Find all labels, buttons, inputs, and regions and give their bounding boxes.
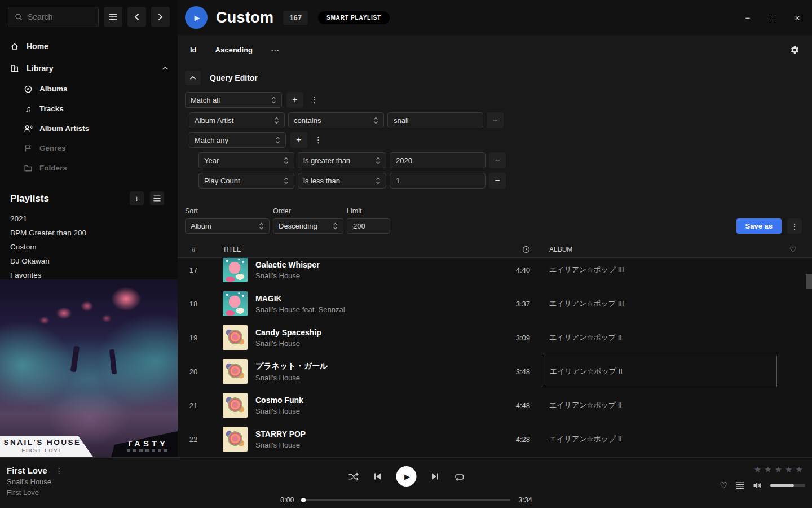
play-pause-button[interactable]: ▶: [396, 466, 417, 487]
rule-operator-select[interactable]: is less than: [298, 173, 386, 189]
settings-button[interactable]: [790, 45, 800, 55]
vertical-scrollbar[interactable]: [806, 274, 812, 289]
rule-value-input[interactable]: snail: [387, 112, 483, 128]
star-icon[interactable]: ★: [754, 465, 761, 475]
favorite-button[interactable]: ♡: [720, 480, 727, 491]
match-type-select[interactable]: Match any: [189, 132, 286, 148]
window-maximize-button[interactable]: [764, 9, 782, 26]
window-minimize-button[interactable]: −: [739, 9, 757, 26]
now-playing-artist[interactable]: Snail's House: [7, 478, 63, 486]
kebab-icon: ⋮: [310, 95, 319, 104]
star-icon[interactable]: ★: [785, 465, 792, 475]
rule-field-select[interactable]: Play Count: [198, 173, 294, 189]
focused-album-cell[interactable]: エイリアン☆ポップ II: [544, 356, 777, 387]
sidebar-item-label: Tracks: [39, 104, 64, 113]
artwork-title: FIRST LOVE: [0, 448, 85, 453]
add-rule-button[interactable]: +: [286, 92, 303, 108]
table-row[interactable]: 18 MAGIK Snail's House feat. Sennzai 3:3…: [178, 287, 812, 321]
save-as-button[interactable]: Save as: [736, 218, 782, 234]
track-table-header: # TITLE ALBUM ♡: [178, 242, 812, 258]
chevron-up-icon[interactable]: [162, 66, 169, 71]
table-row[interactable]: 20 プラネット・ガール Snail's House 3:48 エイリアン☆ポッ…: [178, 354, 812, 388]
track-artwork: [223, 258, 248, 282]
query-options-button[interactable]: ⋮: [787, 218, 802, 234]
rule-operator-select[interactable]: is greater than: [298, 152, 386, 168]
rule-value-input[interactable]: 1: [390, 173, 486, 189]
match-type-select[interactable]: Match all: [185, 92, 282, 108]
seek-handle[interactable]: [301, 498, 306, 502]
playlist-item[interactable]: DJ Okawari: [0, 254, 178, 268]
add-playlist-button[interactable]: +: [130, 191, 144, 205]
query-order-select[interactable]: Descending: [273, 218, 343, 234]
volume-slider[interactable]: [770, 484, 805, 487]
window-close-button[interactable]: ×: [788, 9, 806, 26]
sidebar-item-genres[interactable]: Genres: [0, 138, 178, 158]
more-options-button[interactable]: ⋯: [271, 45, 280, 55]
collapse-query-editor-button[interactable]: [185, 71, 201, 85]
list-icon: [153, 195, 161, 202]
volume-button[interactable]: [753, 481, 762, 489]
table-row[interactable]: 22 STARRY POP Snail's House 4:28 エイリアン☆ポ…: [178, 422, 812, 456]
remove-rule-button[interactable]: −: [489, 152, 506, 168]
favorite-column-heart-icon[interactable]: ♡: [789, 245, 797, 254]
remove-rule-button[interactable]: −: [489, 173, 506, 189]
track-list: 17 Galactic Whisper Snail's House 4:40 エ…: [178, 258, 812, 457]
shuffle-button[interactable]: [348, 472, 359, 481]
rule-field-select[interactable]: Album Artist: [189, 112, 285, 128]
now-playing-title[interactable]: First Love: [7, 466, 47, 475]
play-playlist-button[interactable]: ▶: [185, 6, 208, 29]
add-rule-button[interactable]: +: [290, 132, 307, 148]
repeat-button[interactable]: [454, 472, 464, 481]
star-icon[interactable]: ★: [764, 465, 771, 475]
nav-forward-button[interactable]: [151, 7, 170, 27]
rule-value-input[interactable]: 2020: [390, 152, 486, 168]
track-options-button[interactable]: ⋮: [55, 466, 63, 475]
table-row[interactable]: 17 Galactic Whisper Snail's House 4:40 エ…: [178, 258, 812, 287]
sort-order-button[interactable]: Ascending: [215, 46, 253, 54]
now-playing-artwork[interactable]: SNAIL'S HOUSE FIRST LOVE TASTY: [0, 279, 178, 457]
query-limit-input[interactable]: 200: [347, 218, 390, 234]
rule-operator-select[interactable]: contains: [288, 112, 384, 128]
sidebar-item-albums[interactable]: Albums: [0, 79, 178, 99]
star-icon[interactable]: ★: [775, 465, 782, 475]
search-input[interactable]: Search: [8, 7, 99, 27]
query-sort-select[interactable]: Album: [185, 218, 270, 234]
search-placeholder: Search: [28, 12, 52, 21]
next-button[interactable]: [431, 472, 439, 480]
updown-icon: [274, 117, 279, 124]
queue-button[interactable]: [736, 482, 744, 489]
playlist-item[interactable]: 2021: [0, 212, 178, 226]
nav-back-button[interactable]: [127, 7, 146, 27]
home-icon: [10, 42, 19, 51]
artwork-artist: SNAIL'S HOUSE: [0, 438, 85, 446]
rule-field-select[interactable]: Year: [198, 152, 294, 168]
sidebar-item-folders[interactable]: Folders: [0, 158, 178, 178]
label-logo-subtext: [127, 449, 170, 452]
star-icon[interactable]: ★: [796, 465, 803, 475]
now-playing-album[interactable]: First Love: [7, 488, 63, 497]
updown-icon: [284, 157, 289, 164]
sidebar-item-album-artists[interactable]: Album Artists: [0, 119, 178, 138]
group-options-button[interactable]: ⋮: [308, 95, 321, 105]
duration-column-clock-icon[interactable]: [522, 246, 530, 253]
sidebar-item-home[interactable]: Home: [0, 35, 178, 57]
artwork-figure: [70, 346, 80, 373]
sidebar-item-library[interactable]: Library: [0, 57, 178, 79]
remove-rule-button[interactable]: −: [487, 112, 504, 128]
plus-icon: +: [292, 95, 297, 105]
playlist-list-button[interactable]: [150, 191, 164, 205]
table-row[interactable]: 21 Cosmo Funk Snail's House 4:48 エイリアン☆ポ…: [178, 388, 812, 422]
playlist-item[interactable]: BPM Greater than 200: [0, 226, 178, 240]
previous-button[interactable]: [374, 472, 382, 480]
column-title[interactable]: TITLE: [223, 246, 479, 253]
sort-field-button[interactable]: Id: [190, 46, 197, 54]
column-album[interactable]: ALBUM: [549, 246, 780, 253]
sidebar-item-tracks[interactable]: ♫ Tracks: [0, 99, 178, 119]
playlist-item[interactable]: Custom: [0, 240, 178, 254]
updown-icon: [259, 222, 264, 230]
column-index[interactable]: #: [178, 246, 209, 254]
seek-slider[interactable]: [302, 499, 510, 501]
group-options-button[interactable]: ⋮: [312, 135, 325, 145]
menu-button[interactable]: [104, 7, 122, 27]
table-row[interactable]: 19 Candy Spaceship Snail's House 3:09 エイ…: [178, 321, 812, 354]
